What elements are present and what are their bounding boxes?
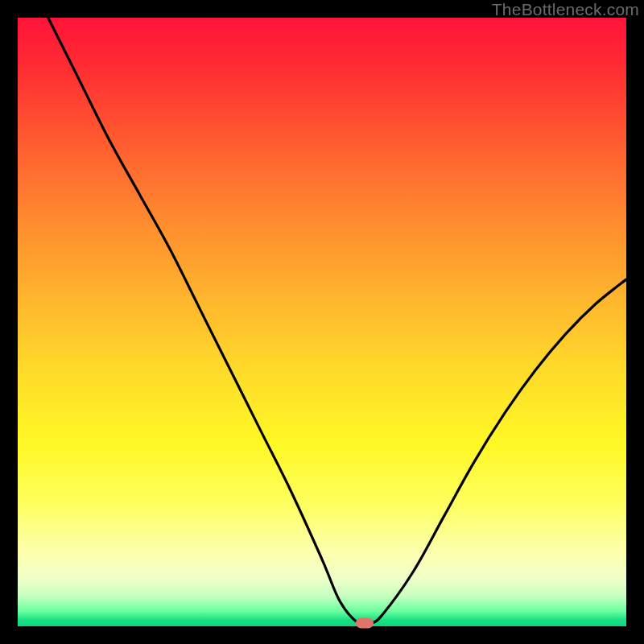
chart-plot-area <box>18 18 626 626</box>
bottleneck-curve <box>18 18 626 626</box>
chart-frame: TheBottleneck.com <box>0 0 644 644</box>
watermark-text: TheBottleneck.com <box>492 0 639 19</box>
optimal-point-marker <box>356 618 374 629</box>
